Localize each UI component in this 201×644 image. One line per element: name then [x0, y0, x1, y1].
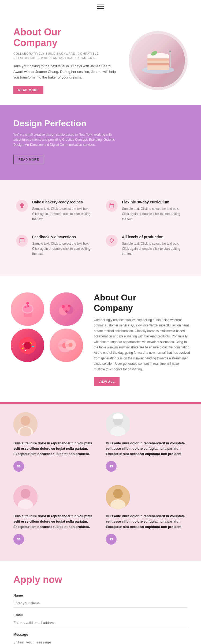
design-description: We're a small creative design studio bas…: [13, 132, 121, 148]
cake-image: [131, 34, 185, 87]
feature-title-1: Bake 8 bakery-ready recipes: [32, 200, 95, 204]
feature-content-2: Flexible 30-day curriculum Sample text. …: [122, 200, 185, 222]
about-images-grid: [11, 292, 86, 362]
feature-desc-4: Sample text. Click to select the text bo…: [122, 241, 185, 257]
cupcake-image: [11, 292, 44, 326]
bakery-icon: [19, 203, 25, 209]
feature-desc-2: Sample text. Click to select the text bo…: [122, 206, 185, 222]
hero-section: About Our Company COLLABORATIVELY BUILD …: [0, 13, 201, 105]
design-section: Design Perfection We're a small creative…: [0, 105, 201, 180]
diamond-icon-wrapper: [106, 235, 118, 247]
quote-icon-2: [106, 461, 117, 472]
about-description: Compellingly reconceptualize compelling …: [94, 317, 190, 372]
feature-title-4: All levels of production: [122, 235, 185, 239]
svg-point-37: [21, 416, 30, 426]
testimonials-section: Duis aute irure dolor in reprehenderit i…: [0, 402, 201, 561]
name-label: Name: [13, 593, 188, 597]
testimonials-top-bar: [0, 402, 201, 404]
quote-icon-4: [106, 534, 117, 545]
testimonial-text-4: Duis aute irure dolor in reprehenderit i…: [106, 513, 188, 530]
hero-description: Take your baking to the next level in 30…: [13, 64, 121, 80]
chef-avatar-svg: [106, 412, 130, 436]
svg-rect-6: [147, 65, 169, 70]
hero-image: [129, 31, 188, 90]
svg-rect-3: [147, 58, 169, 61]
message-field-group: Message: [13, 632, 188, 644]
avatar-woman-2: [13, 485, 38, 509]
svg-point-50: [113, 489, 123, 498]
message-textarea[interactable]: [13, 638, 188, 644]
quote-icon-1: [13, 461, 24, 472]
hero-subtitle: COLLABORATIVELY BUILD BACKWARD- COMPATIB…: [13, 52, 121, 60]
testimonial-item-3: Duis aute irure dolor in reprehenderit i…: [8, 477, 100, 550]
svg-point-47: [21, 489, 30, 498]
quote-svg-2: [109, 464, 114, 469]
features-section: Bake 8 bakery-ready recipes Sample text.…: [0, 180, 201, 276]
email-field-group: Email: [13, 613, 188, 627]
chat-icon: [19, 238, 25, 244]
feature-content-1: Bake 8 bakery-ready recipes Sample text.…: [32, 200, 95, 222]
svg-rect-5: [147, 63, 169, 65]
woman2-avatar-svg: [13, 485, 38, 509]
quote-svg-4: [109, 537, 114, 542]
svg-point-23: [65, 310, 68, 312]
feature-item-1: Bake 8 bakery-ready recipes Sample text.…: [11, 193, 100, 228]
diamond-icon: [109, 238, 115, 244]
avatar-chef-1: [106, 412, 130, 436]
chat-icon-wrapper: [16, 235, 28, 247]
bakery-icon-wrapper: [16, 200, 28, 212]
design-read-more-button[interactable]: READ MORE: [13, 155, 44, 164]
donut-sprinkles-svg: [17, 335, 38, 356]
name-input[interactable]: [13, 599, 188, 608]
apply-section: Apply now Name Email Message SUBMIT: [0, 561, 201, 644]
pink-cakes-svg: [56, 299, 77, 320]
quote-svg-3: [16, 537, 21, 542]
testimonial-item-2: Duis aute irure dolor in reprehenderit i…: [100, 404, 193, 477]
pink-cakes-image: [50, 292, 83, 326]
feature-content-3: Feedback & discussions Sample text. Clic…: [32, 235, 95, 257]
email-input[interactable]: [13, 619, 188, 627]
feature-item-4: All levels of production Sample text. Cl…: [100, 228, 190, 263]
email-label: Email: [13, 613, 188, 617]
hero-read-more-button[interactable]: READ MORE: [13, 86, 43, 94]
feature-desc-3: Sample text. Click to select the text bo…: [32, 241, 95, 257]
about-section: About Our Company Compellingly reconcept…: [0, 276, 201, 402]
hero-title: About Our Company: [13, 27, 121, 48]
cupcake-svg: [17, 299, 38, 320]
svg-point-21: [62, 305, 65, 308]
cake-illustration: [141, 43, 176, 78]
testimonials-grid: Duis aute irure dolor in reprehenderit i…: [0, 404, 201, 550]
design-title: Design Perfection: [13, 118, 188, 128]
feature-item-2: Flexible 30-day curriculum Sample text. …: [100, 193, 190, 228]
svg-point-14: [24, 306, 27, 308]
feature-desc-1: Sample text. Click to select the text bo…: [32, 206, 95, 222]
svg-point-7: [147, 53, 169, 57]
view-all-button[interactable]: VIEW ALL: [94, 377, 120, 386]
woman-avatar-svg: [13, 412, 38, 436]
about-title: About Our Company: [94, 292, 190, 313]
svg-rect-8: [170, 51, 171, 67]
feature-title-3: Feedback & discussions: [32, 235, 95, 239]
svg-point-35: [58, 344, 72, 347]
message-label: Message: [13, 632, 188, 636]
svg-rect-4: [147, 61, 169, 63]
svg-rect-9: [169, 51, 171, 52]
avatar-woman-1: [13, 412, 38, 436]
feature-title-2: Flexible 30-day curriculum: [122, 200, 185, 204]
svg-point-22: [68, 305, 70, 307]
avatar-woman-3: [106, 485, 130, 509]
calendar-icon: [109, 203, 115, 209]
features-grid: Bake 8 bakery-ready recipes Sample text.…: [11, 193, 190, 263]
apply-title: Apply now: [13, 574, 188, 585]
svg-point-45: [113, 413, 122, 419]
quote-icon-3: [13, 534, 24, 545]
calendar-icon-wrapper: [106, 200, 118, 212]
hamburger-menu[interactable]: [97, 5, 104, 9]
feature-content-4: All levels of production Sample text. Cl…: [122, 235, 185, 257]
svg-point-17: [26, 302, 29, 305]
name-field-group: Name: [13, 593, 188, 608]
testimonial-item-4: Duis aute irure dolor in reprehenderit i…: [100, 477, 193, 550]
apply-form: Name Email Message SUBMIT: [13, 593, 188, 644]
testimonial-text-3: Duis aute irure dolor in reprehenderit i…: [13, 513, 95, 530]
donuts-svg: [56, 335, 77, 356]
